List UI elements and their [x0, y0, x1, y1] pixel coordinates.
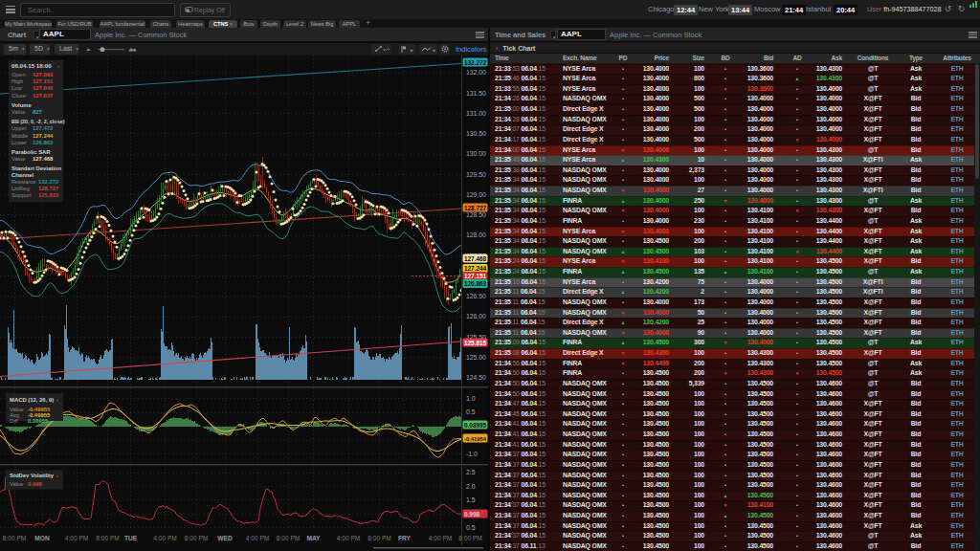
svg-text:Low: Low — [11, 85, 23, 91]
svg-text:126.863: 126.863 — [464, 280, 487, 287]
svg-text:127.244: 127.244 — [33, 133, 54, 139]
svg-text:4:00 PM: 4:00 PM — [429, 535, 453, 541]
svg-text:Channel: Channel — [11, 172, 34, 178]
svg-text:124.50: 124.50 — [466, 374, 486, 381]
svg-text:127.244: 127.244 — [464, 265, 487, 272]
svg-text:Value: Value — [11, 109, 26, 115]
svg-text:06.04.15 18:00: 06.04.15 18:00 — [11, 62, 52, 69]
svg-text:132.272: 132.272 — [38, 179, 59, 185]
svg-text:LinReg: LinReg — [11, 186, 30, 191]
svg-text:127.468: 127.468 — [464, 255, 487, 262]
svg-text:126.863: 126.863 — [33, 140, 54, 145]
svg-text:126.00: 126.00 — [466, 313, 486, 320]
svg-text:4:00 PM: 4:00 PM — [153, 535, 177, 541]
svg-text:131.00: 131.00 — [466, 110, 486, 117]
svg-text:0.5: 0.5 — [466, 524, 476, 531]
svg-text:MON: MON — [34, 535, 50, 541]
svg-text:827: 827 — [33, 109, 43, 115]
svg-text:0.08955: 0.08955 — [28, 418, 49, 424]
svg-text:Standart Deviation: Standart Deviation — [11, 165, 61, 171]
svg-text:WED: WED — [217, 535, 233, 541]
svg-text:TUE: TUE — [124, 535, 138, 541]
svg-text:126.50: 126.50 — [466, 293, 486, 299]
svg-text:Upper: Upper — [11, 125, 27, 131]
svg-text:128.00: 128.00 — [466, 231, 486, 238]
svg-text:4:00 PM: 4:00 PM — [65, 535, 89, 541]
svg-text:‹: ‹ — [56, 397, 58, 403]
svg-text:129.50: 129.50 — [466, 171, 486, 178]
svg-text:8:00 PM: 8:00 PM — [96, 535, 120, 541]
svg-text:127.151: 127.151 — [33, 78, 54, 84]
svg-text:Lower: Lower — [11, 140, 27, 145]
svg-text:128.50: 128.50 — [466, 211, 486, 218]
svg-text:High: High — [11, 78, 23, 84]
svg-text:0.5: 0.5 — [466, 408, 476, 415]
svg-text:‹: ‹ — [56, 473, 58, 478]
svg-text:132.00: 132.00 — [466, 69, 486, 76]
svg-text:Value: Value — [10, 407, 24, 412]
svg-text:StdDev Volatility: StdDev Volatility — [10, 473, 55, 478]
svg-text:0.08995: 0.08995 — [464, 422, 487, 429]
svg-text:4:00 PM: 4:00 PM — [337, 535, 361, 541]
svg-text:1.0: 1.0 — [466, 395, 476, 402]
svg-text:128.727: 128.727 — [464, 205, 487, 211]
svg-text:8:00 PM: 8:00 PM — [277, 535, 301, 541]
svg-text:8:00 PM: 8:00 PM — [368, 535, 391, 541]
svg-text:129.00: 129.00 — [466, 191, 486, 198]
svg-text:128.727: 128.727 — [38, 186, 59, 191]
svg-text:132.272: 132.272 — [464, 59, 487, 66]
svg-text:Value: Value — [10, 481, 24, 487]
svg-text:130.50: 130.50 — [466, 130, 486, 137]
svg-text:8:00 PM: 8:00 PM — [3, 535, 27, 541]
svg-text:Value: Value — [11, 156, 26, 162]
svg-text:-0.49955: -0.49955 — [28, 407, 51, 412]
svg-text:MACD (12, 26, 9): MACD (12, 26, 9) — [10, 397, 54, 403]
svg-text:131.50: 131.50 — [466, 90, 486, 97]
svg-text:4:00 PM: 4:00 PM — [246, 535, 270, 541]
svg-text:FRY: FRY — [398, 535, 412, 541]
svg-text:Close: Close — [11, 93, 27, 99]
svg-text:Support: Support — [11, 192, 32, 198]
svg-text:Open: Open — [11, 72, 25, 77]
svg-text:8:00 PM: 8:00 PM — [458, 535, 482, 541]
svg-text:Middle: Middle — [11, 133, 29, 139]
svg-text:‹: ‹ — [57, 63, 59, 69]
svg-text:125.815: 125.815 — [38, 192, 59, 198]
svg-text:127.040: 127.040 — [33, 85, 54, 91]
svg-text:BB (20, 0, -2, 2, close): BB (20, 0, -2, 2, close) — [11, 119, 65, 124]
svg-text:2.0: 2.0 — [466, 483, 476, 490]
svg-text:127.151: 127.151 — [464, 273, 487, 279]
svg-text:2.5: 2.5 — [466, 469, 476, 475]
svg-text:0.998: 0.998 — [464, 511, 479, 518]
svg-text:125.00: 125.00 — [466, 354, 486, 361]
svg-text:Volume: Volume — [11, 102, 33, 108]
svg-text:8:00 PM: 8:00 PM — [185, 535, 209, 541]
svg-text:127.093: 127.093 — [33, 72, 54, 77]
svg-text:Resistance: Resistance — [11, 179, 36, 185]
svg-text:130.00: 130.00 — [466, 150, 486, 157]
svg-text:-0.41954: -0.41954 — [464, 436, 487, 442]
svg-text:Diff: Diff — [10, 418, 18, 424]
svg-text:Avg: Avg — [10, 412, 19, 418]
svg-text:Parabolic SAR: Parabolic SAR — [11, 149, 51, 155]
svg-text:-1.0: -1.0 — [466, 451, 478, 457]
svg-text:MAY: MAY — [306, 535, 321, 541]
svg-text:-0.49955: -0.49955 — [28, 412, 51, 418]
svg-text:0.998: 0.998 — [28, 481, 42, 487]
svg-text:127.472: 127.472 — [33, 125, 54, 131]
svg-text:127.037: 127.037 — [33, 93, 54, 99]
svg-text:125.815: 125.815 — [464, 340, 487, 346]
svg-text:127.468: 127.468 — [33, 156, 54, 162]
svg-text:1.5: 1.5 — [466, 496, 476, 503]
